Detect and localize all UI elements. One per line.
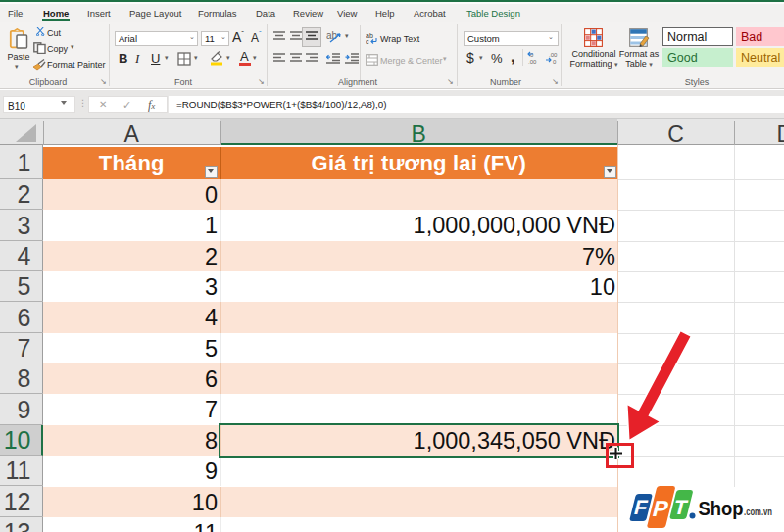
svg-text:c: c [366, 38, 369, 44]
svg-text:Shop: Shop [699, 498, 744, 519]
svg-text:.00: .00 [528, 59, 537, 65]
svg-text:ab: ab [326, 30, 338, 41]
svg-text:.00: .00 [549, 52, 558, 58]
svg-text:P: P [650, 496, 671, 521]
svg-text:0: 0 [553, 59, 557, 65]
svg-text:.com.vn: .com.vn [744, 506, 772, 517]
svg-text:0: 0 [530, 52, 534, 58]
